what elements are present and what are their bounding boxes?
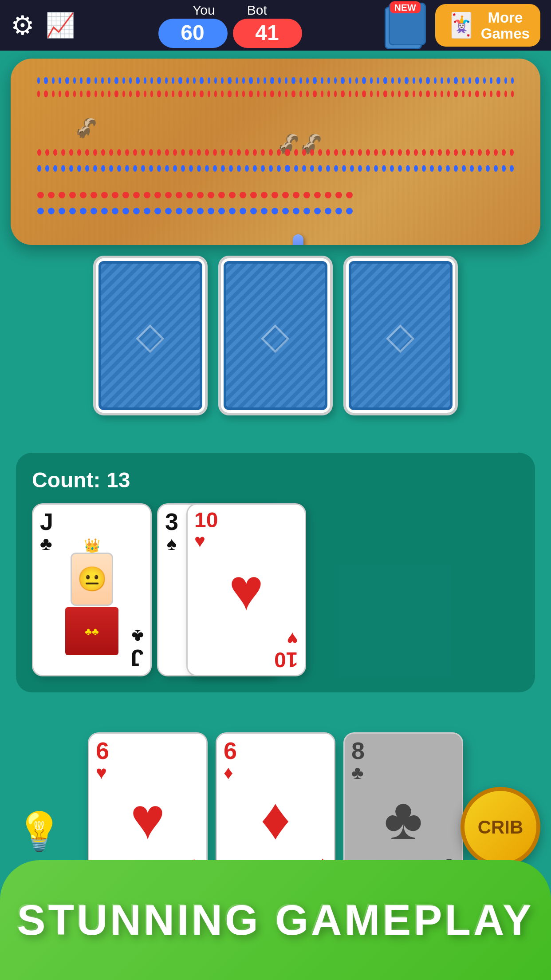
board-row-red-top [37, 91, 514, 97]
new-tag: NEW [390, 1, 420, 13]
board-row-blue-top [37, 77, 514, 84]
played-cards: J ♣ 👑 😐 ♣♣ J ♣ [32, 503, 519, 676]
settings-button[interactable]: ⚙ [11, 9, 35, 41]
you-label: You [193, 3, 215, 17]
board-row-blue-mid [37, 165, 514, 172]
more-games-label: More Games [481, 9, 530, 41]
banner-text: STUNNING GAMEPLAY [17, 896, 534, 945]
bot-card-1 [93, 256, 208, 415]
bot-card-2 [218, 256, 333, 415]
count-display: Count: 13 [32, 469, 519, 493]
new-deck-button[interactable]: NEW [385, 1, 428, 49]
bot-hand [93, 256, 458, 415]
bottom-banner: STUNNING GAMEPLAY [0, 860, 551, 980]
jack-corner-br: J ♣ [130, 627, 144, 670]
stats-button[interactable]: 📈 [45, 11, 75, 40]
header-right: NEW 🃏 More Games [385, 1, 540, 49]
score-peg-blue [293, 234, 303, 245]
score-section: You Bot 60 41 [158, 3, 302, 48]
board-row-red-mid [37, 149, 514, 156]
more-games-button[interactable]: 🃏 More Games [436, 4, 540, 47]
cribbage-board: 🦨 🦨🦨 [11, 59, 540, 245]
score-labels: You Bot [193, 3, 267, 17]
board-row-red-bot [37, 192, 353, 198]
crib-label: CRIB [478, 816, 523, 838]
score-pills: 60 41 [158, 19, 302, 48]
played-10-hearts: 10 ♥ ♥ 10 ♥ [186, 503, 306, 676]
crib-button[interactable]: CRIB [460, 787, 540, 867]
skunk-icon-1: 🦨 [75, 117, 97, 138]
bot-score: 41 [232, 19, 302, 48]
bot-card-3 [343, 256, 458, 415]
played-stacked-cards: 3 ♠ ♠ 3 ♠ 10 ♥ ♥ 10 ♥ [157, 503, 290, 676]
hint-icon: 💡 [16, 811, 63, 852]
board-row-blue-bot [37, 208, 353, 214]
played-jack-clubs: J ♣ 👑 😐 ♣♣ J ♣ [32, 503, 152, 676]
game-header: ⚙ 📈 You Bot 60 41 NEW 🃏 More Games [0, 0, 551, 51]
play-area: Count: 13 J ♣ 👑 😐 ♣♣ J [16, 453, 535, 692]
jack-corner-tl: J ♣ [40, 510, 53, 553]
header-left: ⚙ 📈 [11, 9, 75, 41]
bot-label: Bot [247, 3, 267, 17]
hint-button[interactable]: 💡 [16, 810, 63, 854]
you-score: 60 [158, 19, 227, 48]
